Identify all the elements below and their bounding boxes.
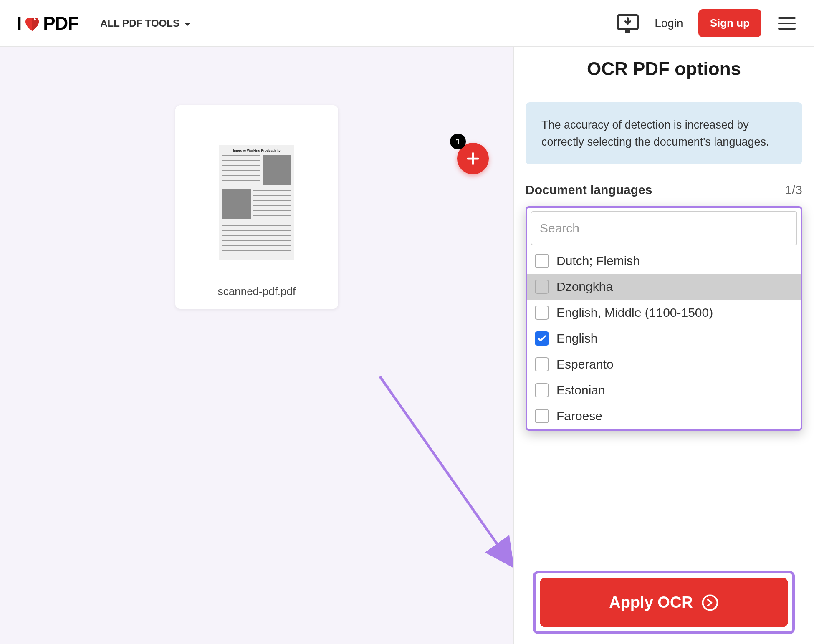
language-checkbox[interactable]	[535, 254, 549, 268]
language-label: Esperanto	[556, 357, 614, 371]
svg-rect-1	[625, 30, 630, 33]
download-desktop-icon[interactable]	[616, 13, 640, 33]
file-name: scanned-pdf.pdf	[186, 285, 327, 298]
logo[interactable]: I PDF	[17, 13, 78, 34]
login-link[interactable]: Login	[655, 17, 683, 30]
language-option[interactable]: Dutch; Flemish	[527, 248, 801, 274]
sidebar-title: OCR PDF options	[514, 47, 814, 92]
apply-highlight: Apply OCR	[533, 571, 795, 634]
language-label: Estonian	[556, 383, 605, 397]
logo-prefix: I	[17, 13, 21, 34]
language-option[interactable]: Faroese	[527, 403, 801, 429]
language-label: Dutch; Flemish	[556, 254, 640, 268]
logo-suffix: PDF	[43, 13, 78, 34]
svg-line-2	[380, 376, 508, 560]
language-checkbox[interactable]	[535, 331, 549, 346]
language-label: Dzongkha	[556, 280, 613, 294]
main: Improve Working Productivity scanned-pdf…	[0, 47, 814, 644]
menu-icon[interactable]	[776, 15, 797, 31]
all-tools-dropdown[interactable]: ALL PDF TOOLS	[100, 18, 191, 29]
info-box: The accuracy of detection is increased b…	[526, 102, 802, 164]
file-canvas: Improve Working Productivity scanned-pdf…	[0, 47, 513, 644]
language-option[interactable]: Estonian	[527, 377, 801, 403]
sidebar-body: The accuracy of detection is increased b…	[514, 92, 814, 644]
languages-header: Document languages 1/3	[526, 183, 802, 197]
language-search-input[interactable]	[531, 211, 797, 245]
signup-button[interactable]: Sign up	[698, 9, 761, 37]
svg-point-3	[703, 595, 717, 610]
language-label: English, Middle (1100-1500)	[556, 306, 713, 320]
language-option[interactable]: English	[527, 326, 801, 351]
language-option[interactable]: English, Middle (1100-1500)	[527, 300, 801, 326]
language-checkbox[interactable]	[535, 306, 549, 320]
language-option[interactable]: Dzongkha	[527, 274, 801, 300]
caret-down-icon	[184, 18, 191, 29]
plus-icon	[465, 151, 481, 167]
heart-icon	[22, 13, 42, 33]
language-checkbox[interactable]	[535, 357, 549, 371]
header-right: Login Sign up	[616, 9, 797, 37]
apply-section: Apply OCR	[526, 563, 802, 644]
tools-label: ALL PDF TOOLS	[100, 18, 179, 29]
language-option[interactable]: Esperanto	[527, 351, 801, 377]
languages-count: 1/3	[785, 183, 802, 197]
languages-label: Document languages	[526, 183, 652, 197]
language-label: Faroese	[556, 409, 602, 423]
file-count-badge: 1	[450, 134, 466, 149]
options-sidebar: OCR PDF options The accuracy of detectio…	[513, 47, 814, 644]
file-thumbnail: Improve Working Productivity	[219, 145, 294, 260]
thumb-title: Improve Working Productivity	[222, 149, 291, 153]
language-checkbox[interactable]	[535, 409, 549, 423]
header: I PDF ALL PDF TOOLS Login Sign up	[0, 0, 814, 47]
language-selector-panel: Dutch; FlemishDzongkhaEnglish, Middle (1…	[526, 206, 802, 431]
file-card[interactable]: Improve Working Productivity scanned-pdf…	[175, 105, 338, 309]
apply-ocr-button[interactable]: Apply OCR	[540, 578, 788, 627]
language-list[interactable]: Dutch; FlemishDzongkhaEnglish, Middle (1…	[527, 248, 801, 429]
language-checkbox[interactable]	[535, 280, 549, 294]
arrow-right-circle-icon	[701, 594, 719, 611]
apply-label: Apply OCR	[609, 593, 693, 611]
language-label: English	[556, 331, 597, 346]
language-checkbox[interactable]	[535, 383, 549, 397]
